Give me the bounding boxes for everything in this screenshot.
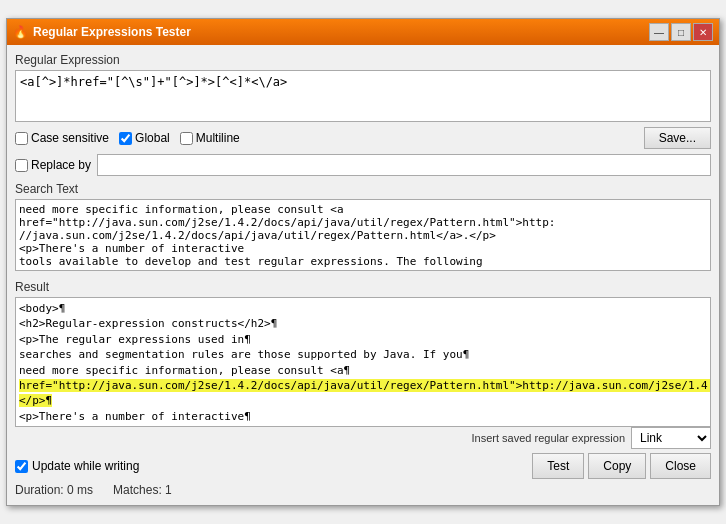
multiline-checkbox[interactable] [180, 132, 193, 145]
replace-by-checkbox-label[interactable]: Replace by [15, 158, 91, 172]
matches-label: Matches: 1 [113, 483, 172, 497]
result-line: <body>¶ [19, 301, 707, 316]
replace-by-checkbox[interactable] [15, 159, 28, 172]
case-sensitive-checkbox-label[interactable]: Case sensitive [15, 131, 109, 145]
window-title: Regular Expressions Tester [33, 25, 191, 39]
action-buttons: Test Copy Close [532, 453, 711, 479]
options-row: Case sensitive Global Multiline Save... [15, 127, 711, 149]
main-window: 🔥 Regular Expressions Tester — □ ✕ Regul… [6, 18, 720, 506]
copy-button[interactable]: Copy [588, 453, 646, 479]
case-sensitive-checkbox[interactable] [15, 132, 28, 145]
multiline-checkbox-label[interactable]: Multiline [180, 131, 240, 145]
result-line: href="http://java.sun.com/j2se/1.4.2/doc… [19, 378, 707, 409]
replace-by-input[interactable] [97, 154, 711, 176]
multiline-label: Multiline [196, 131, 240, 145]
result-line: <p>The regular expressions used in¶ [19, 332, 707, 347]
test-button[interactable]: Test [532, 453, 584, 479]
result-line: searches and segmentation rules are thos… [19, 347, 707, 362]
replace-row: Replace by [15, 154, 711, 176]
update-while-writing-checkbox[interactable] [15, 460, 28, 473]
save-button[interactable]: Save... [644, 127, 711, 149]
title-controls: — □ ✕ [649, 23, 713, 41]
title-bar-left: 🔥 Regular Expressions Tester [13, 25, 191, 39]
update-row: Update while writing [15, 459, 139, 473]
regex-input[interactable]: <a[^>]*href="[^\s"]+"[^>]*>[^<]*<\/a> [15, 70, 711, 122]
footer-row: Update while writing Test Copy Close [15, 453, 711, 479]
window-icon: 🔥 [13, 25, 28, 39]
case-sensitive-label: Case sensitive [31, 131, 109, 145]
result-area[interactable]: <body>¶<h2>Regular-expression constructs… [15, 297, 711, 427]
global-checkbox[interactable] [119, 132, 132, 145]
maximize-button[interactable]: □ [671, 23, 691, 41]
search-text-area[interactable] [15, 199, 711, 271]
title-bar: 🔥 Regular Expressions Tester — □ ✕ [7, 19, 719, 45]
regex-section-label: Regular Expression [15, 53, 711, 67]
result-line: <h2>Regular-expression constructs</h2>¶ [19, 316, 707, 331]
minimize-button[interactable]: — [649, 23, 669, 41]
result-label: Result [15, 280, 711, 294]
result-line: need more specific information, please c… [19, 363, 707, 378]
result-line: <p>There's a number of interactive¶ [19, 409, 707, 424]
search-text-label: Search Text [15, 182, 711, 196]
highlighted-match: href="http://java.sun.com/j2se/1.4.2/doc… [19, 379, 711, 407]
insert-saved-label: Insert saved regular expression [472, 432, 625, 444]
global-label: Global [135, 131, 170, 145]
close-button[interactable]: Close [650, 453, 711, 479]
status-row: Duration: 0 ms Matches: 1 [15, 483, 711, 497]
duration-label: Duration: 0 ms [15, 483, 93, 497]
window-body: Regular Expression <a[^>]*href="[^\s"]+"… [7, 45, 719, 505]
insert-row: Insert saved regular expression Link [15, 427, 711, 449]
global-checkbox-label[interactable]: Global [119, 131, 170, 145]
update-while-writing-label: Update while writing [32, 459, 139, 473]
replace-by-label: Replace by [31, 158, 91, 172]
window-close-button[interactable]: ✕ [693, 23, 713, 41]
insert-select[interactable]: Link [631, 427, 711, 449]
